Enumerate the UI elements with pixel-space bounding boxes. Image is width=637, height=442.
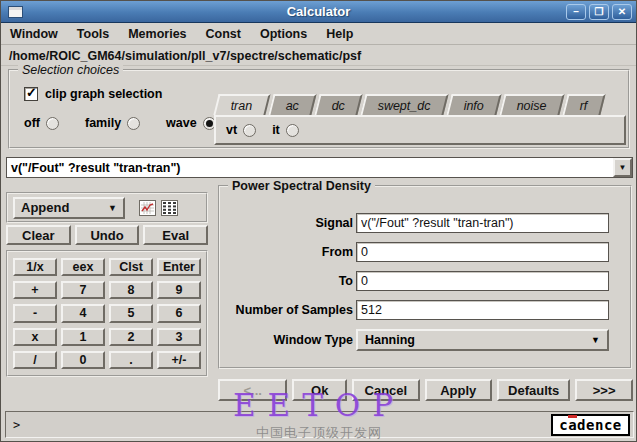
- logo-text-a: a: [568, 417, 577, 433]
- from-input[interactable]: [356, 242, 609, 262]
- radio-off-circle[interactable]: [46, 117, 59, 130]
- status-bar[interactable]: > cadence: [5, 411, 634, 438]
- expression-value[interactable]: v("/Fout" ?result "tran-tran"): [7, 161, 613, 175]
- window-type-dropdown[interactable]: Hanning ▼: [356, 329, 609, 351]
- to-input[interactable]: [356, 271, 609, 291]
- status-prompt: >: [13, 418, 20, 432]
- radio-vt[interactable]: vt: [226, 123, 256, 137]
- psd-group: Power Spectral Density Signal From To Nu…: [218, 185, 632, 369]
- clip-graph-checkbox[interactable]: ✓: [24, 87, 38, 101]
- clip-graph-selection[interactable]: ✓ clip graph selection: [24, 87, 162, 101]
- radio-off-label: off: [24, 116, 40, 130]
- samples-row: Number of Samples: [220, 300, 609, 320]
- key-0[interactable]: 0: [61, 351, 105, 369]
- chevron-down-icon: ▼: [591, 335, 600, 345]
- key-clst[interactable]: Clst: [109, 258, 153, 276]
- key-7[interactable]: 7: [61, 281, 105, 299]
- key-multiply[interactable]: x: [13, 328, 57, 346]
- signal-row: Signal: [220, 213, 609, 233]
- close-icon[interactable]: ✕: [612, 4, 632, 20]
- table-icon[interactable]: [161, 200, 178, 216]
- menu-bar: Window Tools Memories Const Options Help: [1, 24, 636, 45]
- signal-input[interactable]: [356, 213, 609, 233]
- number-of-samples-label: Number of Samples: [220, 303, 356, 317]
- window-menu-icon[interactable]: [8, 6, 23, 18]
- key-plus[interactable]: +: [13, 281, 57, 299]
- radio-family[interactable]: family: [85, 116, 140, 130]
- defaults-button[interactable]: Defaults: [497, 379, 570, 401]
- key-5[interactable]: 5: [109, 304, 153, 322]
- radio-wave-label: wave: [166, 116, 197, 130]
- selection-choices-group: Selection choices ✓ clip graph selection…: [8, 69, 630, 149]
- menu-const[interactable]: Const: [206, 27, 241, 41]
- cadence-logo: cadence: [551, 414, 630, 436]
- radio-family-circle[interactable]: [127, 117, 140, 130]
- append-dropdown[interactable]: Append ▼: [13, 197, 125, 219]
- key-enter[interactable]: Enter: [157, 258, 201, 276]
- key-8[interactable]: 8: [109, 281, 153, 299]
- radio-it-circle[interactable]: [286, 124, 299, 137]
- menu-tools[interactable]: Tools: [77, 27, 109, 41]
- tran-tab-panel: vt it: [214, 115, 626, 145]
- number-of-samples-input[interactable]: [356, 300, 609, 320]
- apply-button[interactable]: Apply: [425, 379, 492, 401]
- window-type-value: Hanning: [365, 333, 415, 347]
- tab-dc[interactable]: dc: [314, 94, 362, 115]
- minimize-icon[interactable]: –: [566, 4, 586, 20]
- menu-options[interactable]: Options: [260, 27, 307, 41]
- tab-noise[interactable]: noise: [499, 94, 564, 115]
- menu-memories[interactable]: Memories: [128, 27, 186, 41]
- window-title: Calculator: [1, 4, 636, 19]
- tab-rf[interactable]: rf: [562, 94, 605, 115]
- menu-window[interactable]: Window: [10, 27, 58, 41]
- window-type-row: Window Type Hanning ▼: [220, 329, 609, 351]
- key-divide[interactable]: /: [13, 351, 57, 369]
- key-4[interactable]: 4: [61, 304, 105, 322]
- calculator-keypad: 1/x eex Clst Enter + 7 8 9 - 4 5 6 x 1 2…: [6, 250, 208, 377]
- key-3[interactable]: 3: [157, 328, 201, 346]
- menu-help[interactable]: Help: [326, 27, 353, 41]
- dialog-buttons-row: <... Ok Cancel Apply Defaults >>>: [218, 379, 633, 401]
- to-label: To: [220, 274, 356, 288]
- radio-it[interactable]: it: [272, 123, 299, 137]
- key-1[interactable]: 1: [61, 328, 105, 346]
- clear-button[interactable]: Clear: [6, 225, 71, 245]
- maximize-icon[interactable]: ❐: [589, 4, 609, 20]
- more-button[interactable]: >>>: [575, 379, 633, 401]
- key-eex[interactable]: eex: [61, 258, 105, 276]
- action-buttons-row: Clear Undo Eval: [6, 225, 208, 245]
- radio-vt-label: vt: [226, 123, 237, 137]
- key-9[interactable]: 9: [157, 281, 201, 299]
- append-frame: Append ▼: [6, 192, 208, 223]
- chevron-down-icon: ▼: [619, 163, 627, 172]
- expression-combobox[interactable]: v("/Fout" ?result "tran-tran") ▼: [6, 157, 633, 178]
- from-label: From: [220, 245, 356, 259]
- logo-text: c: [559, 417, 568, 433]
- key-1overx[interactable]: 1/x: [13, 258, 57, 276]
- radio-vt-circle[interactable]: [243, 124, 256, 137]
- eval-button[interactable]: Eval: [143, 225, 208, 245]
- tab-swept-dc[interactable]: swept_dc: [360, 94, 448, 115]
- waveform-plot-icon[interactable]: [139, 200, 156, 216]
- radio-it-label: it: [272, 123, 280, 137]
- radio-off[interactable]: off: [24, 116, 59, 130]
- window-controls: – ❐ ✕: [566, 4, 632, 20]
- ok-button[interactable]: Ok: [292, 379, 347, 401]
- key-dot[interactable]: .: [109, 351, 153, 369]
- cancel-button[interactable]: Cancel: [352, 379, 419, 401]
- key-plusminus[interactable]: +/-: [157, 351, 201, 369]
- analysis-tabs: tran ac dc swept_dc info noise rf: [216, 94, 602, 115]
- expression-dropdown-button[interactable]: ▼: [613, 158, 632, 177]
- selection-choices-title: Selection choices: [18, 63, 123, 77]
- undo-button[interactable]: Undo: [75, 225, 140, 245]
- key-minus[interactable]: -: [13, 304, 57, 322]
- tab-tran[interactable]: tran: [213, 94, 270, 115]
- tab-ac[interactable]: ac: [268, 94, 316, 115]
- title-bar: Calculator – ❐ ✕: [1, 1, 636, 23]
- tab-info[interactable]: info: [446, 94, 501, 115]
- from-row: From: [220, 242, 609, 262]
- key-2[interactable]: 2: [109, 328, 153, 346]
- back-button: <...: [218, 379, 287, 401]
- key-6[interactable]: 6: [157, 304, 201, 322]
- radio-wave[interactable]: wave: [166, 116, 216, 130]
